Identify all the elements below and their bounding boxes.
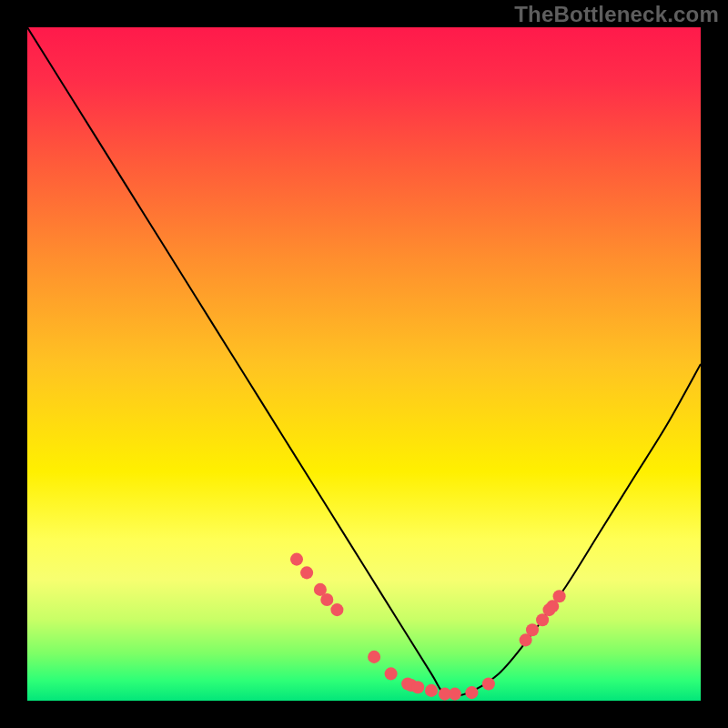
highlight-dot <box>368 651 380 663</box>
chart-frame: TheBottleneck.com <box>0 0 728 728</box>
watermark-text: TheBottleneck.com <box>514 2 719 27</box>
highlight-dot <box>411 681 424 693</box>
highlight-dot <box>330 603 343 616</box>
highlight-dot <box>482 677 495 690</box>
highlight-dot <box>385 667 398 680</box>
highlight-dot <box>553 590 566 602</box>
highlight-dots <box>290 553 566 701</box>
highlight-dot <box>526 623 539 636</box>
highlight-dot <box>300 566 313 579</box>
highlight-dot <box>425 684 438 697</box>
chart-svg <box>27 27 701 701</box>
highlight-dot <box>290 553 303 566</box>
highlight-dot <box>465 686 478 699</box>
plot-area <box>27 27 701 701</box>
highlight-dot <box>449 688 461 701</box>
bottleneck-curve <box>27 27 701 696</box>
highlight-dot <box>320 593 333 606</box>
